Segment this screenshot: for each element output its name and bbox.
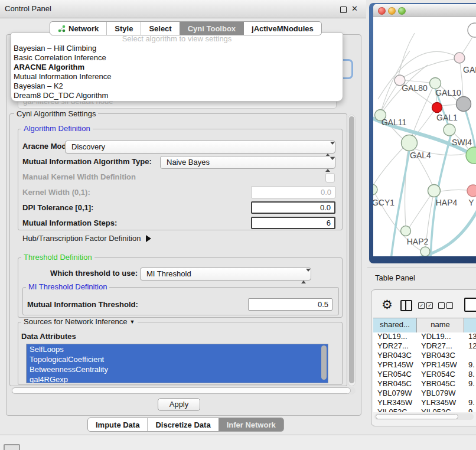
- expanded-arrow-icon: ▼: [130, 319, 135, 325]
- network-node[interactable]: [402, 135, 418, 151]
- mi-steps-input[interactable]: 6: [251, 217, 335, 229]
- network-node[interactable]: [467, 185, 476, 197]
- algorithm-option[interactable]: Bayesian – K2: [11, 81, 343, 91]
- network-window-titlebar[interactable]: [373, 4, 476, 17]
- tab-jactivemnodules[interactable]: jActiveMNodules: [243, 22, 321, 35]
- table-row[interactable]: YBR045CYBR045C9.: [373, 379, 476, 389]
- network-node[interactable]: [420, 247, 430, 256]
- attributes-scrollbar[interactable]: [321, 345, 327, 380]
- zoom-traffic-light-icon[interactable]: [398, 7, 406, 15]
- close-window-icon[interactable]: ✕: [351, 4, 358, 13]
- which-threshold-combo[interactable]: MI Threshold: [140, 268, 311, 281]
- network-node[interactable]: [444, 124, 455, 136]
- table-cell: 12: [464, 341, 476, 351]
- network-view-window: GALGAL80GAL10GAL1GAL11SWI4GAL4GCY1HAP4YH…: [369, 3, 476, 263]
- network-node[interactable]: [373, 184, 377, 195]
- data-attribute-item[interactable]: gal4RGexp: [27, 374, 328, 383]
- apply-button[interactable]: Apply: [158, 398, 200, 411]
- mi-threshold-input[interactable]: 0.5: [248, 298, 332, 311]
- aracne-mode-combo[interactable]: Discovery: [65, 141, 335, 154]
- dpi-tolerance-input[interactable]: 0.0: [251, 201, 335, 214]
- algorithm-option[interactable]: ARACNE Algorithm: [11, 63, 343, 72]
- network-node[interactable]: [454, 53, 465, 63]
- tab-impute-data[interactable]: Impute Data: [88, 418, 147, 431]
- network-node[interactable]: [468, 23, 476, 37]
- network-node-label: GAL80: [402, 83, 428, 93]
- network-edge: [409, 195, 431, 227]
- table-cell: YDR27...: [373, 341, 417, 351]
- network-node-label: GAL: [463, 65, 476, 74]
- settings-gear-icon[interactable]: ⚙: [382, 298, 393, 311]
- tab-select[interactable]: Select: [141, 22, 179, 35]
- tab-infer-network[interactable]: Infer Network: [219, 418, 283, 431]
- settings-horizontal-scrollbar[interactable]: [11, 387, 356, 394]
- sources-group-title[interactable]: Sources for Network Inference▼: [21, 318, 138, 327]
- column-layout-icon[interactable]: [400, 300, 412, 311]
- manual-kernel-label: Manual Kernel Width Definition: [22, 172, 136, 182]
- network-node[interactable]: [432, 103, 442, 113]
- tab-style[interactable]: Style: [106, 22, 141, 35]
- data-attribute-item[interactable]: BetweennessCentrality: [27, 364, 328, 374]
- new-table-icon[interactable]: [464, 298, 476, 312]
- kernel-width-input[interactable]: 0.0: [251, 186, 335, 198]
- table-cell: YIL052C: [373, 407, 417, 412]
- mi-algorithm-type-label: Mutual Information Algorithm Type:: [22, 157, 152, 167]
- table-cell: YPR145W: [373, 360, 417, 370]
- table-cell: YDR27...: [417, 341, 464, 351]
- bottom-tabbar: Impute DataDiscretize DataInfer Network: [87, 418, 284, 432]
- data-attribute-item[interactable]: TopologicalCoefficient: [27, 354, 328, 364]
- network-edge: [404, 59, 455, 77]
- tab-cyni-toolbox[interactable]: Cyni Toolbox: [180, 22, 243, 35]
- table-column-header[interactable]: [464, 318, 476, 332]
- deselect-all-icon[interactable]: [438, 302, 453, 309]
- network-node-label: HAP4: [436, 198, 458, 207]
- table-horizontal-scrollbar[interactable]: [374, 413, 474, 420]
- hub-definition-toggle[interactable]: Hub/Transcription Factor Definition: [22, 234, 151, 243]
- network-canvas[interactable]: GALGAL80GAL10GAL1GAL11SWI4GAL4GCY1HAP4YH…: [373, 17, 476, 256]
- network-node[interactable]: [401, 226, 411, 236]
- table-row[interactable]: YLR345WYLR345W9.: [373, 398, 476, 407]
- collapsed-panel-button[interactable]: [4, 444, 20, 450]
- table-row[interactable]: YDL19...YDL19...13: [373, 332, 476, 341]
- close-traffic-light-icon[interactable]: [378, 7, 386, 15]
- table-cell: YPR145W: [417, 360, 464, 370]
- network-node[interactable]: [428, 185, 441, 197]
- tab-network[interactable]: Network: [50, 22, 106, 35]
- algorithm-dropdown-placeholder: Select algorithm to view settings: [11, 34, 343, 44]
- network-node[interactable]: [457, 97, 471, 112]
- table-column-header[interactable]: name: [417, 318, 464, 332]
- algorithm-option[interactable]: Mutual Information Inference: [11, 72, 343, 81]
- table-cell: YER054C: [417, 370, 464, 379]
- network-node[interactable]: [466, 147, 476, 164]
- select-all-icon[interactable]: ✓✓: [418, 302, 433, 309]
- algorithm-option[interactable]: Dream8 DC_TDC Algorithm: [11, 91, 343, 100]
- algorithm-option[interactable]: Basic Correlation Inference: [11, 53, 343, 63]
- table-cell: 9.: [464, 379, 476, 389]
- table-row[interactable]: YIL052CYIL052C9: [373, 407, 476, 412]
- screen: { "colors": { "selection_blue": "#3e6dc8…: [0, 0, 476, 450]
- table-row[interactable]: YDR27...YDR27...12: [373, 341, 476, 351]
- table-column-header[interactable]: shared...: [373, 318, 417, 332]
- table-row[interactable]: YPR145WYPR145W9.: [373, 360, 476, 370]
- float-window-icon[interactable]: [340, 6, 347, 13]
- which-threshold-label: Which threshold to use:: [50, 269, 138, 278]
- minimize-traffic-light-icon[interactable]: [388, 7, 396, 15]
- tab-discretize-data[interactable]: Discretize Data: [147, 418, 218, 431]
- data-attribute-item[interactable]: SelfLoops: [27, 344, 328, 354]
- table-row[interactable]: YBR043CYBR043C: [373, 351, 476, 360]
- algorithm-option[interactable]: Bayesian – Hill Climbing: [11, 44, 343, 53]
- cyni-algorithm-settings-title: Cyni Algorithm Settings: [14, 110, 98, 118]
- settings-vertical-scrollbar[interactable]: [348, 115, 356, 386]
- dpi-tolerance-label: DPI Tolerance [0,1]:: [22, 203, 93, 213]
- table-cell: 8.: [464, 370, 476, 379]
- algorithm-dropdown-list: Select algorithm to view settings Bayesi…: [11, 32, 343, 102]
- tab-label: jActiveMNodules: [252, 24, 314, 33]
- network-node[interactable]: [430, 78, 441, 89]
- table-row[interactable]: YER054CYER054C8.: [373, 370, 476, 379]
- mi-threshold-label: Mutual Information Threshold:: [27, 300, 138, 309]
- table-row[interactable]: YBL079WYBL079W: [373, 389, 476, 398]
- mi-algorithm-type-combo[interactable]: Naive Bayes: [160, 156, 335, 169]
- algorithm-definition-title: Algorithm Definition: [21, 125, 93, 133]
- network-node-label: Y: [468, 198, 474, 207]
- manual-kernel-checkbox[interactable]: [325, 173, 335, 182]
